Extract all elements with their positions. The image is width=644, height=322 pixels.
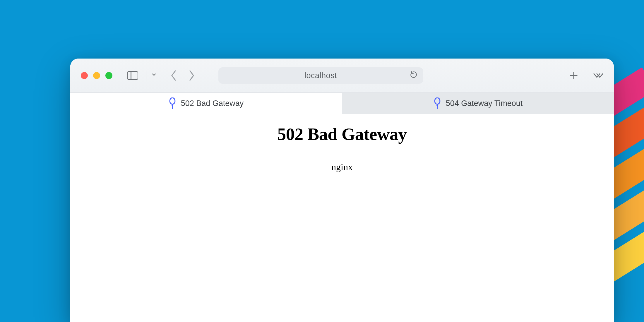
- address-bar[interactable]: localhost: [218, 67, 423, 84]
- chevron-down-icon[interactable]: [151, 72, 157, 79]
- tab-bar: 502 Bad Gateway 504 Gateway Timeout: [70, 93, 614, 114]
- window-controls: [81, 72, 112, 79]
- sidebar-icon: [127, 71, 138, 80]
- back-button[interactable]: [170, 70, 177, 81]
- tab-overflow-button[interactable]: [593, 72, 603, 79]
- page-content: 502 Bad Gateway nginx: [70, 114, 614, 322]
- error-heading: 502 Bad Gateway: [277, 124, 407, 144]
- tab-504-gateway-timeout[interactable]: 504 Gateway Timeout: [342, 93, 614, 114]
- content-divider: [76, 155, 609, 155]
- tab-label: 504 Gateway Timeout: [446, 99, 523, 108]
- balloon-icon: [169, 97, 176, 109]
- browser-window: localhost: [70, 59, 614, 322]
- navigation-arrows: [170, 70, 196, 81]
- server-name: nginx: [331, 162, 353, 172]
- svg-point-2: [170, 98, 175, 104]
- close-window-button[interactable]: [81, 72, 88, 79]
- address-text: localhost: [304, 71, 337, 80]
- tab-label: 502 Bad Gateway: [181, 99, 244, 108]
- reload-icon[interactable]: [410, 71, 417, 80]
- new-tab-button[interactable]: [569, 71, 578, 80]
- browser-toolbar: localhost: [70, 59, 614, 93]
- toolbar-right-group: [558, 71, 603, 80]
- minimize-window-button[interactable]: [93, 72, 100, 79]
- sidebar-toggle-button[interactable]: [124, 69, 141, 82]
- maximize-window-button[interactable]: [105, 72, 112, 79]
- svg-point-4: [435, 98, 440, 104]
- balloon-icon: [434, 97, 441, 109]
- tab-502-bad-gateway[interactable]: 502 Bad Gateway: [70, 93, 342, 114]
- toolbar-divider: [146, 71, 146, 80]
- forward-button[interactable]: [188, 70, 196, 81]
